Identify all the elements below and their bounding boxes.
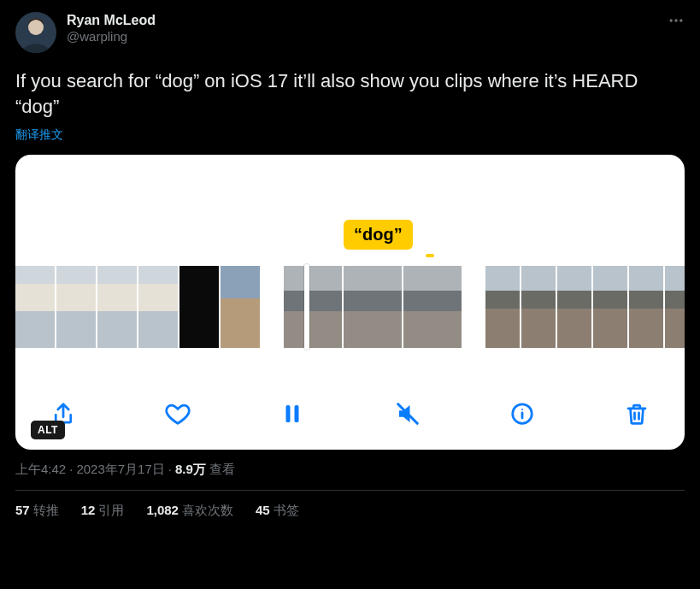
more-icon[interactable] — [668, 12, 685, 32]
clip-frame — [665, 266, 685, 348]
clip-frame — [557, 266, 591, 348]
retweet-count: 57 — [15, 503, 30, 517]
quote-stat[interactable]: 12引用 — [81, 503, 125, 519]
clip-frame — [15, 266, 55, 348]
playhead[interactable] — [304, 264, 309, 350]
svg-point-1 — [28, 20, 44, 35]
clip-group[interactable] — [284, 266, 462, 348]
trash-icon[interactable] — [618, 395, 656, 433]
info-icon[interactable] — [503, 395, 541, 433]
bookmark-stat[interactable]: 45书签 — [256, 503, 299, 519]
caption-marker — [426, 254, 434, 257]
clip-frame — [629, 266, 663, 348]
clip-frame — [221, 266, 260, 348]
translate-link[interactable]: 翻译推文 — [15, 127, 685, 143]
alt-badge[interactable]: ALT — [31, 421, 65, 439]
svg-rect-5 — [286, 405, 291, 422]
like-label: 喜欢次数 — [182, 503, 233, 517]
tweet-meta[interactable]: 上午4:42·2023年7月17日·8.9万 查看 — [15, 462, 685, 478]
svg-point-10 — [521, 409, 523, 410]
tweet-stats: 57转推 12引用 1,082喜欢次数 45书签 — [15, 503, 685, 519]
mute-icon[interactable] — [389, 395, 426, 433]
caption-chip: “dog” — [344, 220, 413, 250]
video-timeline[interactable] — [15, 266, 685, 348]
pause-icon[interactable] — [274, 395, 311, 433]
clip-frame — [344, 266, 402, 348]
clip-frame — [138, 266, 178, 348]
retweet-label: 转推 — [33, 503, 59, 517]
tweet-time: 上午4:42 — [15, 462, 66, 476]
clip-frame — [284, 266, 342, 348]
bookmark-count: 45 — [256, 503, 270, 517]
heart-icon[interactable] — [159, 395, 197, 433]
clip-frame — [485, 266, 520, 348]
svg-point-4 — [679, 19, 682, 21]
svg-point-2 — [670, 19, 673, 21]
quote-count: 12 — [81, 503, 96, 517]
author-block[interactable]: Ryan McLeod @warpling — [67, 12, 156, 45]
views-count: 8.9万 — [175, 462, 206, 476]
svg-rect-6 — [295, 405, 299, 422]
clip-frame — [179, 266, 219, 348]
media-card[interactable]: “dog” — [15, 155, 685, 450]
clip-frame — [593, 266, 627, 348]
clip-frame — [56, 266, 96, 348]
svg-point-3 — [674, 19, 677, 21]
handle: @warpling — [67, 29, 156, 45]
tweet-header: Ryan McLeod @warpling — [15, 12, 685, 53]
quote-label: 引用 — [98, 503, 124, 517]
bookmark-label: 书签 — [274, 503, 299, 517]
clip-group[interactable] — [485, 266, 685, 348]
clip-frame — [97, 266, 137, 348]
tweet-date: 2023年7月17日 — [76, 462, 164, 476]
display-name: Ryan McLeod — [67, 12, 156, 29]
media-toolbar — [15, 395, 685, 433]
clip-frame — [521, 266, 556, 348]
avatar[interactable] — [15, 12, 56, 53]
like-stat[interactable]: 1,082喜欢次数 — [146, 503, 233, 519]
divider — [15, 490, 685, 491]
clip-frame — [403, 266, 462, 348]
like-count: 1,082 — [146, 503, 179, 517]
dot: · — [69, 462, 73, 476]
clip-group[interactable] — [15, 266, 260, 348]
tweet: Ryan McLeod @warpling If you search for … — [0, 0, 700, 527]
tweet-text: If you search for “dog” on iOS 17 it’ll … — [15, 68, 685, 119]
dot: · — [168, 462, 172, 476]
retweet-stat[interactable]: 57转推 — [15, 503, 59, 519]
views-label: 查看 — [209, 462, 235, 476]
